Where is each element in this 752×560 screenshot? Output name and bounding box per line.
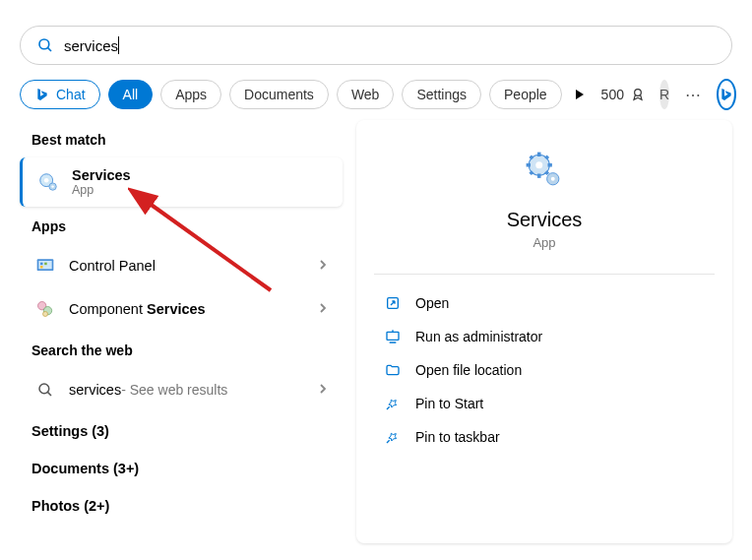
tab-web-label: Web — [351, 87, 380, 102]
svg-line-31 — [387, 406, 390, 409]
search-web-header: Search the web — [20, 331, 343, 368]
chevron-right-icon — [317, 382, 329, 398]
web-result-term: services — [69, 382, 121, 398]
tab-apps-label: Apps — [175, 87, 207, 102]
bing-button[interactable] — [717, 79, 736, 110]
svg-point-4 — [44, 178, 49, 183]
action-label: Pin to Start — [415, 396, 483, 411]
svg-point-14 — [43, 312, 48, 317]
action-pin-start[interactable]: Pin to Start — [374, 387, 715, 420]
search-bar[interactable]: services — [20, 26, 732, 65]
content-area: Best match Services App Apps Control Pan… — [0, 120, 752, 543]
divider — [374, 274, 715, 275]
svg-rect-20 — [527, 163, 531, 167]
chevron-right-icon — [317, 258, 329, 274]
svg-line-16 — [47, 392, 51, 396]
apps-header: Apps — [20, 207, 343, 244]
category-documents[interactable]: Documents (3+) — [20, 449, 343, 486]
more-options-button[interactable]: ⋯ — [677, 86, 709, 104]
pin-icon — [384, 428, 402, 446]
search-icon — [33, 378, 57, 402]
detail-subtitle: App — [533, 235, 555, 250]
result-web-search[interactable]: services - See web results — [20, 368, 343, 411]
best-match-header: Best match — [20, 120, 343, 157]
more-tabs-button[interactable] — [574, 85, 586, 104]
results-panel: Best match Services App Apps Control Pan… — [20, 120, 343, 543]
best-match-subtitle: App — [72, 183, 131, 197]
action-open-location[interactable]: Open file location — [374, 353, 715, 387]
play-triangle-icon — [574, 89, 586, 100]
svg-point-0 — [39, 39, 49, 49]
tab-settings-label: Settings — [416, 87, 467, 102]
svg-rect-19 — [537, 174, 541, 178]
action-label: Pin to taskbar — [415, 429, 500, 445]
chevron-right-icon — [317, 301, 329, 317]
svg-line-1 — [47, 47, 51, 51]
tab-all[interactable]: All — [108, 80, 154, 109]
svg-rect-21 — [548, 163, 552, 167]
detail-panel: Services App Open Run as administrator O… — [356, 120, 732, 543]
svg-point-15 — [39, 384, 49, 394]
svg-point-6 — [51, 185, 53, 187]
action-pin-taskbar[interactable]: Pin to taskbar — [374, 420, 715, 454]
rewards-indicator[interactable]: 500 — [601, 87, 646, 102]
ellipsis-icon: ⋯ — [685, 87, 701, 103]
web-result-suffix: - See web results — [121, 382, 227, 398]
svg-rect-9 — [40, 263, 43, 266]
action-label: Open file location — [415, 362, 522, 378]
svg-rect-10 — [44, 263, 47, 266]
svg-rect-11 — [40, 266, 43, 269]
open-icon — [384, 294, 402, 312]
result-control-panel[interactable]: Control Panel — [20, 244, 343, 287]
best-match-title: Services — [72, 167, 131, 183]
tabs-row: Chat All Apps Documents Web Settings Peo… — [0, 65, 752, 120]
action-label: Open — [415, 295, 449, 311]
category-photos[interactable]: Photos (2+) — [20, 486, 343, 524]
detail-title: Services — [507, 209, 583, 231]
search-query-text: services — [64, 37, 118, 54]
bing-icon — [719, 87, 734, 102]
chat-button[interactable]: Chat — [20, 80, 100, 109]
result-label: Component Services — [69, 301, 206, 317]
user-avatar[interactable]: R — [659, 80, 669, 109]
search-icon — [36, 36, 54, 54]
svg-point-2 — [635, 90, 642, 96]
folder-icon — [384, 361, 402, 379]
rewards-medal-icon — [630, 87, 646, 102]
avatar-initial: R — [659, 87, 669, 102]
tab-all-label: All — [123, 87, 139, 102]
shield-admin-icon — [384, 328, 402, 345]
services-gear-icon — [36, 170, 60, 194]
result-label: Control Panel — [69, 258, 156, 274]
tab-web[interactable]: Web — [337, 80, 395, 109]
action-open[interactable]: Open — [374, 286, 715, 320]
detail-header: Services App — [374, 150, 715, 274]
tab-apps[interactable]: Apps — [160, 80, 221, 109]
best-match-result[interactable]: Services App — [20, 157, 343, 207]
svg-line-32 — [387, 440, 390, 443]
result-component-services[interactable]: Component Services — [20, 287, 343, 331]
tab-settings[interactable]: Settings — [402, 80, 481, 109]
services-gear-icon-large — [524, 150, 565, 191]
tab-people[interactable]: People — [489, 80, 562, 109]
svg-rect-30 — [387, 332, 399, 340]
svg-point-26 — [535, 161, 542, 168]
rewards-points: 500 — [601, 87, 624, 102]
control-panel-icon — [33, 254, 57, 278]
action-label: Run as administrator — [415, 329, 542, 344]
svg-rect-18 — [537, 153, 541, 156]
chat-label: Chat — [56, 87, 86, 102]
tab-people-label: People — [504, 87, 547, 102]
tab-documents-label: Documents — [244, 87, 314, 102]
svg-point-28 — [551, 177, 555, 181]
pin-icon — [384, 395, 402, 412]
category-settings[interactable]: Settings (3) — [20, 411, 343, 449]
bing-chat-icon — [34, 87, 50, 102]
action-run-admin[interactable]: Run as administrator — [374, 320, 715, 353]
component-services-icon — [33, 297, 57, 321]
tab-documents[interactable]: Documents — [229, 80, 329, 109]
